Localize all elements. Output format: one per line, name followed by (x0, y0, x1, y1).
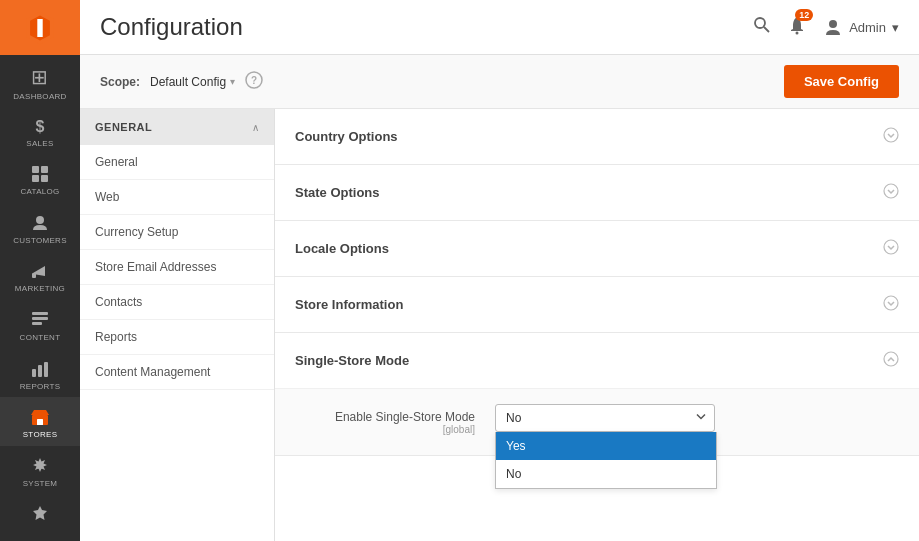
scope-selector[interactable]: Default Config ▾ (150, 75, 235, 89)
sidebar-item-label: CATALOG (20, 187, 59, 197)
nav-section-title: GENERAL (95, 121, 152, 133)
scope-arrow: ▾ (230, 76, 235, 87)
svg-rect-12 (32, 322, 42, 325)
svg-rect-4 (41, 166, 48, 173)
sales-icon: $ (35, 118, 44, 136)
svg-text:?: ? (251, 75, 257, 86)
svg-point-27 (884, 240, 898, 254)
section-chevron (883, 127, 899, 146)
dropdown-option-no[interactable]: No (496, 460, 716, 488)
svg-point-21 (796, 31, 799, 34)
dropdown-option-yes[interactable]: Yes (496, 432, 716, 460)
svg-point-26 (884, 184, 898, 198)
sidebar-item-find[interactable] (0, 494, 80, 533)
system-icon (30, 456, 50, 476)
marketing-icon (30, 261, 50, 281)
nav-item-contacts[interactable]: Contacts (80, 285, 274, 320)
help-icon[interactable]: ? (245, 71, 263, 93)
svg-rect-6 (41, 175, 48, 182)
nav-item-store-email[interactable]: Store Email Addresses (80, 250, 274, 285)
svg-line-20 (764, 27, 769, 32)
notification-button[interactable]: 12 (787, 15, 807, 40)
section-store-information[interactable]: Store Information (275, 277, 919, 333)
nav-item-reports[interactable]: Reports (80, 320, 274, 355)
section-chevron (883, 183, 899, 202)
svg-point-19 (755, 18, 765, 28)
scope-label: Scope: (100, 75, 140, 89)
nav-item-content-mgmt[interactable]: Content Management (80, 355, 274, 390)
section-title: State Options (295, 185, 380, 200)
section-chevron (883, 295, 899, 314)
section-single-store: Single-Store Mode Enable Single-Store Mo… (275, 333, 919, 456)
section-country-options[interactable]: Country Options (275, 109, 919, 165)
svg-rect-11 (32, 317, 48, 320)
section-state-options[interactable]: State Options (275, 165, 919, 221)
single-store-header[interactable]: Single-Store Mode (275, 333, 919, 388)
nav-section-general[interactable]: GENERAL ∧ (80, 109, 274, 145)
left-nav: GENERAL ∧ General Web Currency Setup Sto… (80, 109, 275, 541)
field-label-area: Enable Single-Store Mode [global] (295, 404, 475, 435)
user-dropdown-arrow: ▾ (892, 20, 899, 35)
sidebar-item-catalog[interactable]: CATALOG (0, 154, 80, 203)
svg-rect-5 (32, 175, 39, 182)
svg-point-22 (829, 20, 837, 28)
user-label: Admin (849, 20, 886, 35)
sidebar: ⊞ DASHBOARD $ SALES CATALOG cUsTOMERS MA… (0, 0, 80, 541)
sidebar-item-label: SALES (26, 139, 53, 149)
svg-rect-13 (32, 369, 36, 377)
content-icon (30, 310, 50, 330)
sidebar-item-stores[interactable]: STORES (0, 397, 80, 446)
single-store-chevron (883, 351, 899, 370)
save-config-button[interactable]: Save Config (784, 65, 899, 98)
main-area: Configuration 12 Admin ▾ Scope: Default … (80, 0, 919, 541)
svg-rect-9 (32, 273, 36, 278)
dashboard-icon: ⊞ (31, 65, 48, 89)
user-menu[interactable]: Admin ▾ (823, 17, 899, 37)
header-actions: 12 Admin ▾ (753, 15, 899, 40)
sidebar-item-label: cUsTOMERS (13, 236, 67, 246)
sidebar-item-label: REPORTS (20, 382, 61, 392)
single-store-content: Enable Single-Store Mode [global] No (275, 388, 919, 455)
magento-logo-icon (22, 10, 58, 46)
field-label: Enable Single-Store Mode (295, 404, 475, 424)
svg-point-7 (36, 216, 44, 224)
stores-icon (30, 407, 50, 427)
page-header: Configuration 12 Admin ▾ (80, 0, 919, 55)
reports-icon (30, 359, 50, 379)
sidebar-item-customers[interactable]: cUsTOMERS (0, 203, 80, 252)
sidebar-item-content[interactable]: CONTENT (0, 300, 80, 349)
right-panel: Country Options State Options Locale Opt… (275, 109, 919, 541)
nav-item-general[interactable]: General (80, 145, 274, 180)
dropdown-overlay: Yes No (495, 432, 717, 489)
scope-row: Scope: Default Config ▾ ? Save Config (80, 55, 919, 109)
sidebar-item-sales[interactable]: $ SALES (0, 108, 80, 155)
select-wrapper: No Yes No (495, 404, 715, 432)
nav-item-currency-setup[interactable]: Currency Setup (80, 215, 274, 250)
section-title: Single-Store Mode (295, 353, 409, 368)
sidebar-item-label: MARKETING (15, 284, 65, 294)
section-title: Locale Options (295, 241, 389, 256)
sidebar-item-dashboard[interactable]: ⊞ DASHBOARD (0, 55, 80, 108)
sidebar-item-label: CONTENT (20, 333, 61, 343)
svg-point-25 (884, 128, 898, 142)
catalog-icon (30, 164, 50, 184)
panels-row: GENERAL ∧ General Web Currency Setup Sto… (80, 109, 919, 541)
sidebar-item-reports[interactable]: REPORTS (0, 349, 80, 398)
nav-item-web[interactable]: Web (80, 180, 274, 215)
search-button[interactable] (753, 16, 771, 38)
section-chevron (883, 239, 899, 258)
sidebar-item-system[interactable]: SYSTEM (0, 446, 80, 495)
sidebar-item-marketing[interactable]: MARKETING (0, 251, 80, 300)
find-icon (30, 504, 50, 524)
sidebar-logo (0, 0, 80, 55)
sidebar-item-label: SYSTEM (23, 479, 58, 489)
page-title: Configuration (100, 13, 243, 41)
section-title: Country Options (295, 129, 398, 144)
nav-section-arrow: ∧ (252, 122, 259, 133)
svg-rect-17 (37, 419, 43, 425)
field-row-enable-single-store: Enable Single-Store Mode [global] No (295, 404, 899, 435)
enable-single-store-select[interactable]: No (495, 404, 715, 432)
svg-rect-14 (38, 365, 42, 377)
field-sublabel: [global] (295, 424, 475, 435)
section-locale-options[interactable]: Locale Options (275, 221, 919, 277)
